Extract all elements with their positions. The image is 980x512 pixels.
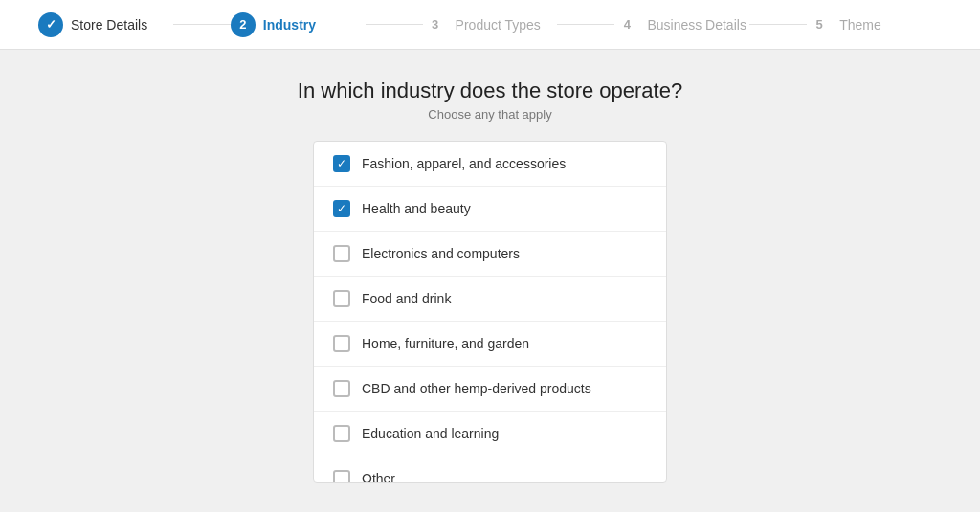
option-label-other: Other xyxy=(362,471,395,483)
step-3-label: Product Types xyxy=(456,17,541,33)
step-1: ✓ Store Details xyxy=(38,12,173,37)
option-row-cbd[interactable]: CBD and other hemp-derived products xyxy=(314,367,666,412)
option-row-education[interactable]: Education and learning xyxy=(314,412,666,456)
step-3: 3 Product Types xyxy=(423,12,558,37)
option-row-electronics[interactable]: Electronics and computers xyxy=(314,232,666,277)
option-label-cbd: CBD and other hemp-derived products xyxy=(362,381,591,396)
page-title: In which industry does the store operate… xyxy=(298,78,682,103)
step-5: 5 Theme xyxy=(807,12,942,37)
checkbox-fashion[interactable]: ✓ xyxy=(333,155,350,172)
option-row-other[interactable]: Other xyxy=(314,456,666,483)
step-divider-4 xyxy=(749,24,807,25)
option-row-health[interactable]: ✓Health and beauty xyxy=(314,187,666,232)
step-divider-3 xyxy=(557,24,614,25)
step-divider-2 xyxy=(366,24,423,25)
page-subtitle: Choose any that apply xyxy=(428,107,551,122)
step-5-label: Theme xyxy=(839,17,881,33)
option-label-electronics: Electronics and computers xyxy=(362,246,520,261)
step-1-circle: ✓ xyxy=(38,12,63,37)
option-label-food: Food and drink xyxy=(362,291,451,306)
checkbox-other[interactable] xyxy=(333,470,350,483)
step-2: 2 Industry xyxy=(231,12,366,37)
step-4: 4 Business Details xyxy=(614,12,749,37)
checkmark-icon: ✓ xyxy=(337,203,346,214)
step-divider-1 xyxy=(173,24,231,25)
checkbox-home[interactable] xyxy=(333,335,350,352)
checkmark-icon: ✓ xyxy=(337,158,346,169)
checkbox-education[interactable] xyxy=(333,425,350,442)
option-row-fashion[interactable]: ✓Fashion, apparel, and accessories xyxy=(314,142,666,187)
option-label-fashion: Fashion, apparel, and accessories xyxy=(362,156,566,171)
option-label-health: Health and beauty xyxy=(362,201,471,216)
main-content: In which industry does the store operate… xyxy=(0,50,980,512)
options-card: ✓Fashion, apparel, and accessories✓Healt… xyxy=(313,141,667,483)
checkbox-electronics[interactable] xyxy=(333,245,350,262)
step-5-circle: 5 xyxy=(807,12,832,37)
checkbox-food[interactable] xyxy=(333,290,350,307)
option-label-home: Home, furniture, and garden xyxy=(362,336,529,351)
checkbox-health[interactable]: ✓ xyxy=(333,200,350,217)
option-row-food[interactable]: Food and drink xyxy=(314,277,666,322)
option-label-education: Education and learning xyxy=(362,426,499,441)
step-2-circle: 2 xyxy=(231,12,256,37)
option-row-home[interactable]: Home, furniture, and garden xyxy=(314,322,666,367)
step-4-label: Business Details xyxy=(647,17,746,33)
step-1-label: Store Details xyxy=(71,17,147,33)
step-2-label: Industry xyxy=(263,17,316,33)
stepper: ✓ Store Details 2 Industry 3 Product Typ… xyxy=(0,0,980,50)
checkbox-cbd[interactable] xyxy=(333,380,350,397)
step-3-circle: 3 xyxy=(423,12,448,37)
step-4-circle: 4 xyxy=(614,12,639,37)
